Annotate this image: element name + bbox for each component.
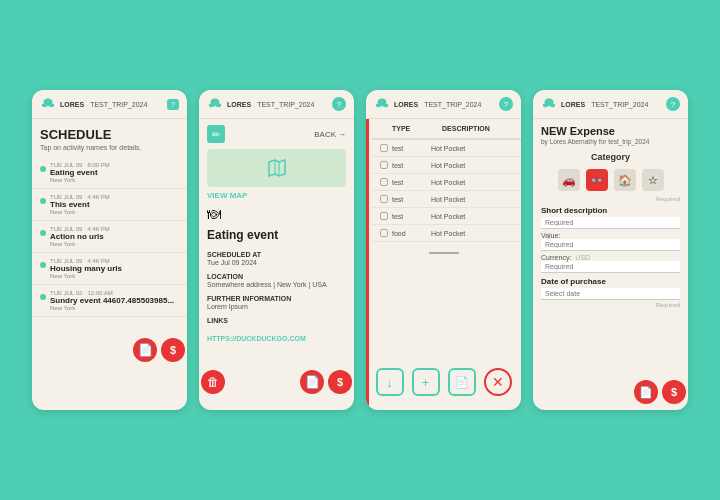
- loc-2: New York: [50, 241, 110, 247]
- file-fab-4[interactable]: 📄: [634, 380, 658, 404]
- category-icons: 🚗 👓 🏠 ☆: [533, 165, 688, 195]
- scheduled-at-value: Tue Jul 09 2024: [199, 259, 354, 270]
- date-label: Date of purchase: [533, 274, 688, 287]
- svg-marker-0: [269, 160, 285, 176]
- further-info-value: Lorem Ipsum: [199, 303, 354, 314]
- link-url[interactable]: HTTPS://DUCKDUCKGO.COM: [207, 335, 306, 342]
- loc-4: New York: [50, 305, 174, 311]
- expense-title: NEW Expense: [533, 119, 688, 137]
- short-desc-input[interactable]: [541, 217, 680, 229]
- file-fab-2[interactable]: 📄: [300, 370, 324, 394]
- username-1: LORES: [60, 101, 84, 108]
- checkbox-0[interactable]: [380, 144, 388, 152]
- checkbox-5[interactable]: [380, 229, 388, 237]
- header-dropdown-1[interactable]: ?: [167, 99, 179, 110]
- download-button[interactable]: ↓: [376, 368, 404, 396]
- trip-1: TEST_TRIP_2024: [90, 101, 147, 108]
- question-icon-3[interactable]: ?: [499, 97, 513, 111]
- loc-3: New York: [50, 273, 122, 279]
- header-1: LORES TEST_TRIP_2024 ?: [32, 90, 187, 119]
- name-3: Housing many urls: [50, 264, 122, 273]
- header-4: LORES TEST_TRIP_2024 ?: [533, 90, 688, 119]
- name-4: Sundry event 44607.485503985...: [50, 296, 174, 305]
- list-item-5[interactable]: food Hot Pocket: [372, 225, 521, 242]
- add-button[interactable]: +: [412, 368, 440, 396]
- currency-label: Currency:: [541, 254, 571, 261]
- checkbox-1[interactable]: [380, 161, 388, 169]
- file-button[interactable]: 📄: [448, 368, 476, 396]
- trash-fab-2[interactable]: 🗑: [201, 370, 225, 394]
- file-fab-1[interactable]: 📄: [133, 338, 157, 362]
- list-item-0[interactable]: test Hot Pocket: [372, 140, 521, 157]
- required-label-2: Required: [533, 301, 688, 309]
- edit-icon[interactable]: ✏: [207, 125, 225, 143]
- expense-by: by Lores Abernathy for test_trip_2024: [533, 137, 688, 149]
- further-info-label: FURTHER INFORMATION: [199, 292, 354, 303]
- type-2: test: [392, 179, 427, 186]
- dollar-fab-1[interactable]: $: [161, 338, 185, 362]
- back-button[interactable]: BACK →: [314, 130, 346, 139]
- screen-list: LORES TEST_TRIP_2024 ? TYPE DESCRIPTION …: [366, 90, 521, 410]
- bird-logo-4: [541, 96, 557, 112]
- divider: [429, 252, 459, 254]
- schedule-item-3[interactable]: TUE JUL 09 4:46 PM Housing many urls New…: [32, 253, 187, 285]
- type-4: test: [392, 213, 427, 220]
- header-3: LORES TEST_TRIP_2024 ?: [366, 90, 521, 119]
- type-3: test: [392, 196, 427, 203]
- type-0: test: [392, 145, 427, 152]
- col-desc-label: DESCRIPTION: [442, 125, 490, 132]
- screen-new-expense: LORES TEST_TRIP_2024 ? NEW Expense by Lo…: [533, 90, 688, 410]
- close-button[interactable]: ✕: [484, 368, 512, 396]
- checkbox-2[interactable]: [380, 178, 388, 186]
- schedule-item-2[interactable]: TUE JUL 09 4:46 PM Action no urls New Yo…: [32, 221, 187, 253]
- bird-logo-1: [40, 96, 56, 112]
- dollar-fab-2[interactable]: $: [328, 370, 352, 394]
- checkbox-4[interactable]: [380, 212, 388, 220]
- list-item-1[interactable]: test Hot Pocket: [372, 157, 521, 174]
- question-icon-2[interactable]: ?: [332, 97, 346, 111]
- username-3: LORES: [394, 101, 418, 108]
- cat-star[interactable]: ☆: [642, 169, 664, 191]
- dot-0: [40, 166, 46, 172]
- back-bar: ✏ BACK →: [199, 119, 354, 149]
- currency-value: USD: [575, 254, 590, 261]
- name-1: This event: [50, 200, 110, 209]
- dot-3: [40, 262, 46, 268]
- trip-4: TEST_TRIP_2024: [591, 101, 648, 108]
- date-input[interactable]: [541, 288, 680, 300]
- dollar-fab-4[interactable]: $: [662, 380, 686, 404]
- schedule-subtitle: Tap on activity names for details.: [32, 144, 187, 157]
- cat-home[interactable]: 🏠: [614, 169, 636, 191]
- screen-schedule: LORES TEST_TRIP_2024 ? SCHEDULE Tap on a…: [32, 90, 187, 410]
- desc-3: Hot Pocket: [431, 196, 465, 203]
- checkbox-3[interactable]: [380, 195, 388, 203]
- dot-2: [40, 230, 46, 236]
- list-item-4[interactable]: test Hot Pocket: [372, 208, 521, 225]
- cat-car[interactable]: 🚗: [558, 169, 580, 191]
- value-label: Value:: [541, 232, 560, 239]
- name-0: Eating event: [50, 168, 110, 177]
- schedule-item-0[interactable]: TUE JUL 09 8:00 PM Eating event New York: [32, 157, 187, 189]
- value-input[interactable]: [541, 239, 680, 251]
- bird-logo-2: [207, 96, 223, 112]
- list-item-2[interactable]: test Hot Pocket: [372, 174, 521, 191]
- event-name: Eating event: [199, 224, 354, 248]
- list-item-3[interactable]: test Hot Pocket: [372, 191, 521, 208]
- map-icon: [267, 158, 287, 178]
- desc-2: Hot Pocket: [431, 179, 465, 186]
- username-2: LORES: [227, 101, 251, 108]
- username-4: LORES: [561, 101, 585, 108]
- currency-input[interactable]: [541, 261, 680, 273]
- cat-glasses[interactable]: 👓: [586, 169, 608, 191]
- schedule-item-1[interactable]: TUE JUL 09 4:46 PM This event New York: [32, 189, 187, 221]
- trip-3: TEST_TRIP_2024: [424, 101, 481, 108]
- dot-1: [40, 198, 46, 204]
- trip-2: TEST_TRIP_2024: [257, 101, 314, 108]
- scheduled-at-label: SCHEDULED AT: [199, 248, 354, 259]
- schedule-item-4[interactable]: TUE JUL 02 12:00 AM Sundry event 44607.4…: [32, 285, 187, 317]
- question-icon-4[interactable]: ?: [666, 97, 680, 111]
- map-placeholder: [207, 149, 346, 187]
- loc-1: New York: [50, 209, 110, 215]
- type-1: test: [392, 162, 427, 169]
- view-map-link[interactable]: VIEW MAP: [199, 187, 354, 204]
